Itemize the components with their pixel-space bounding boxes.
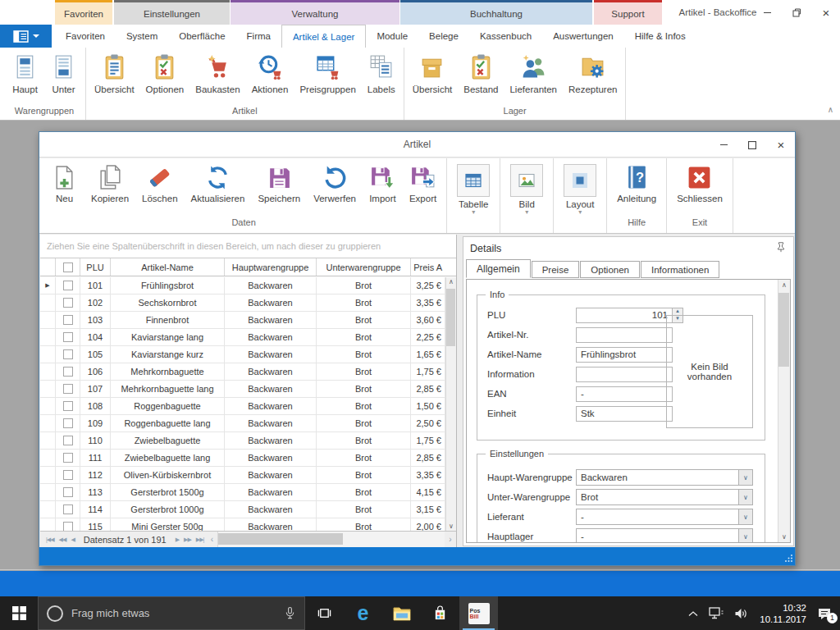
details-scrollbar[interactable]: ∧ ∨ bbox=[778, 280, 790, 542]
close-button[interactable]: × bbox=[817, 3, 835, 21]
restore-button[interactable] bbox=[788, 3, 806, 21]
ribbon-category-support[interactable]: Support bbox=[594, 0, 662, 25]
next-page-button[interactable]: ▶▶ bbox=[181, 536, 194, 543]
ribbon-button[interactable]: Lieferanten bbox=[504, 52, 563, 96]
ribbon-button[interactable]: Bestand bbox=[458, 52, 504, 96]
table-row[interactable]: ▶ 114 Gersterbrot 1000g Backwaren Brot 3… bbox=[40, 501, 445, 518]
table-row[interactable]: ▶ 102 Sechskornbrot Backwaren Brot 3,35 … bbox=[40, 294, 445, 312]
ribbon-category-buchhaltung[interactable]: Buchhaltung bbox=[400, 0, 592, 25]
table-row[interactable]: ▶ 113 Gersterbrot 1500g Backwaren Brot 4… bbox=[40, 484, 445, 501]
app-menu-button[interactable] bbox=[0, 25, 52, 48]
grid-header-sub-group[interactable]: Unterwarengruppe bbox=[317, 258, 411, 276]
ribbon-tab[interactable]: System bbox=[116, 25, 168, 48]
toolbar-button[interactable]: Schliessen ▾ bbox=[670, 164, 729, 209]
ribbon-button[interactable]: Unter bbox=[44, 52, 83, 96]
dropdown-select[interactable]: Backwaren ∨ bbox=[576, 469, 753, 486]
toolbar-button[interactable]: Export ▾ bbox=[403, 164, 443, 209]
details-tab[interactable]: Allgemein bbox=[466, 259, 531, 278]
ribbon-tab[interactable]: Kassenbuch bbox=[469, 25, 542, 48]
ribbon-tab[interactable]: Hilfe & Infos bbox=[624, 25, 696, 48]
ribbon-tab[interactable]: Oberfläche bbox=[168, 25, 235, 48]
select-all-checkbox[interactable] bbox=[63, 262, 73, 272]
tray-chevron-up-icon[interactable] bbox=[688, 610, 698, 617]
scroll-up-icon[interactable]: ∧ bbox=[449, 278, 454, 285]
row-checkbox[interactable] bbox=[63, 504, 73, 514]
child-maximize-button[interactable] bbox=[743, 136, 761, 154]
taskbar-clock[interactable]: 10:32 10.11.2017 bbox=[760, 602, 806, 625]
grid-header-checkbox-cell[interactable] bbox=[56, 258, 80, 276]
ribbon-tab[interactable]: Belege bbox=[418, 25, 469, 48]
scrollbar-thumb[interactable] bbox=[446, 289, 455, 346]
ribbon-tab[interactable]: Favoriten bbox=[55, 25, 116, 48]
pin-icon[interactable] bbox=[775, 241, 787, 255]
action-center-button[interactable]: 1 bbox=[817, 607, 832, 620]
task-view-button[interactable] bbox=[305, 596, 344, 630]
row-checkbox[interactable] bbox=[63, 349, 73, 359]
row-checkbox[interactable] bbox=[63, 384, 73, 394]
toolbar-button[interactable]: Neu ▾ bbox=[44, 164, 84, 209]
ribbon-button[interactable]: Übersicht bbox=[89, 52, 140, 96]
ribbon-button[interactable]: Baukasten bbox=[189, 52, 245, 96]
scroll-down-icon[interactable]: ∨ bbox=[449, 523, 454, 530]
row-checkbox[interactable] bbox=[63, 418, 73, 428]
scrollbar-thumb[interactable] bbox=[778, 293, 789, 367]
ribbon-button[interactable]: Rezepturen bbox=[563, 52, 623, 96]
row-checkbox[interactable] bbox=[63, 522, 73, 531]
table-row[interactable]: ▶ 107 Mehrkornbaguette lang Backwaren Br… bbox=[40, 381, 445, 398]
ribbon-category-einstellungen[interactable]: Einstellungen bbox=[114, 0, 230, 25]
dropdown-arrow-icon[interactable]: ∨ bbox=[738, 529, 752, 543]
table-row[interactable]: ▶ 106 Mehrkornbaguette Backwaren Brot 1,… bbox=[40, 363, 445, 381]
row-checkbox[interactable] bbox=[63, 436, 73, 445]
edge-button[interactable]: e bbox=[344, 596, 382, 630]
artikel-window-titlebar[interactable]: Artikel × bbox=[39, 132, 795, 158]
ribbon-tab[interactable]: Module bbox=[366, 25, 418, 48]
ribbon-category-favoriten[interactable]: Favoriten bbox=[55, 0, 112, 25]
dropdown-arrow-icon[interactable]: ∨ bbox=[738, 470, 752, 485]
last-record-button[interactable]: ▶▶| bbox=[194, 536, 207, 543]
table-row[interactable]: ▶ 103 Finnenbrot Backwaren Brot 3,60 € bbox=[40, 312, 445, 329]
hscroll-left-icon[interactable]: ‹ bbox=[206, 535, 217, 544]
row-checkbox[interactable] bbox=[63, 332, 73, 342]
cortana-search-box[interactable]: Frag mich etwas bbox=[38, 596, 305, 630]
toolbar-button[interactable]: Import ▾ bbox=[363, 164, 403, 209]
row-checkbox[interactable] bbox=[63, 470, 73, 480]
row-checkbox[interactable] bbox=[63, 401, 73, 411]
ribbon-button[interactable]: Übersicht bbox=[407, 52, 459, 96]
table-row[interactable]: ▶ 115 Mini Gerster 500g Backwaren Brot 2… bbox=[40, 518, 445, 531]
toolbar-button[interactable]: Aktualisieren ▾ bbox=[185, 164, 252, 209]
backoffice-app-button[interactable]: Pos Bill bbox=[459, 596, 498, 630]
hscroll-right-icon[interactable]: › bbox=[445, 535, 456, 544]
dropdown-select[interactable]: - ∨ bbox=[576, 509, 753, 525]
row-checkbox[interactable] bbox=[63, 315, 73, 325]
grid-header-plu[interactable]: PLU bbox=[80, 258, 111, 276]
start-button[interactable] bbox=[0, 596, 38, 630]
ribbon-button[interactable]: Preisgruppen bbox=[294, 52, 361, 96]
table-row[interactable]: ▶ 111 Zwiebelbaguette lang Backwaren Bro… bbox=[40, 450, 445, 467]
ribbon-button[interactable]: Optionen bbox=[140, 52, 190, 96]
resize-grip[interactable] bbox=[785, 554, 793, 564]
table-row[interactable]: ▶ 110 Zwiebelbaguette Backwaren Brot 1,7… bbox=[40, 432, 445, 450]
table-row[interactable]: ▶ 108 Roggenbaguette Backwaren Brot 1,50… bbox=[40, 398, 445, 415]
field-input[interactable]: - bbox=[576, 386, 673, 402]
ribbon-button[interactable]: Aktionen bbox=[246, 52, 294, 96]
toolbar-button[interactable]: Bild ▾ bbox=[504, 164, 550, 215]
table-row[interactable]: ▶ 101 Frühlingsbrot Backwaren Brot 3,25 … bbox=[40, 277, 445, 294]
prev-record-button[interactable]: ◀ bbox=[68, 536, 76, 543]
toolbar-button[interactable]: Tabelle ▾ bbox=[450, 164, 496, 215]
row-checkbox[interactable] bbox=[63, 281, 73, 290]
toolbar-button[interactable]: Verwerfen ▾ bbox=[307, 164, 363, 209]
minimize-button[interactable] bbox=[758, 3, 776, 21]
field-input[interactable] bbox=[576, 367, 673, 382]
speaker-icon[interactable] bbox=[734, 608, 749, 619]
next-record-button[interactable]: ▶ bbox=[173, 536, 181, 543]
ribbon-tab[interactable]: Artikel & Lager bbox=[281, 25, 366, 48]
dropdown-select[interactable]: Brot ∨ bbox=[576, 489, 753, 505]
grid-header-main-group[interactable]: Hauptwarengruppe bbox=[225, 258, 317, 276]
microphone-icon[interactable] bbox=[284, 606, 296, 620]
grid-horizontal-scrollbar[interactable] bbox=[217, 532, 445, 547]
file-explorer-button[interactable] bbox=[382, 596, 421, 630]
grid-header-name[interactable]: Artikel-Name bbox=[111, 258, 225, 276]
row-checkbox[interactable] bbox=[63, 453, 73, 463]
dropdown-arrow-icon[interactable]: ∨ bbox=[738, 509, 752, 524]
ribbon-button[interactable]: Labels bbox=[362, 52, 401, 96]
